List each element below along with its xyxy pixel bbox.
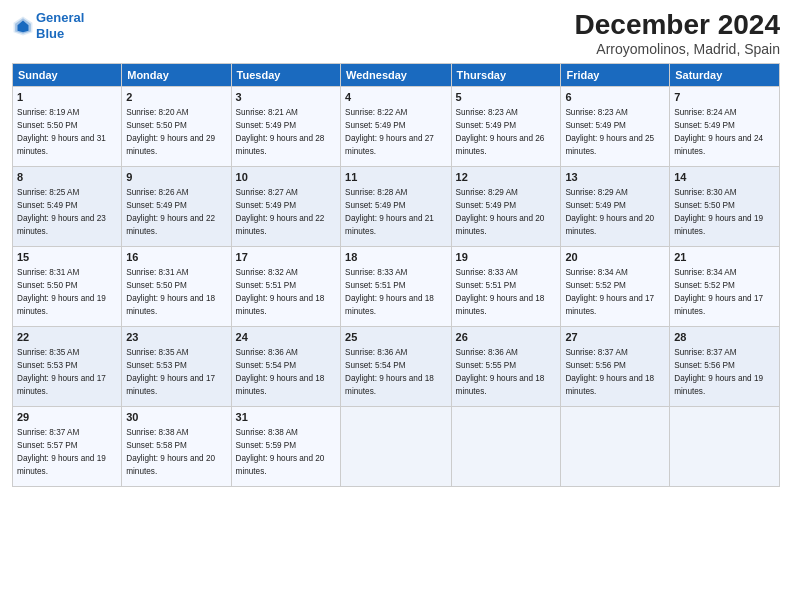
- day-detail: Sunrise: 8:35 AMSunset: 5:53 PMDaylight:…: [126, 348, 215, 396]
- day-detail: Sunrise: 8:36 AMSunset: 5:54 PMDaylight:…: [236, 348, 325, 396]
- day-number: 24: [236, 330, 336, 345]
- day-detail: Sunrise: 8:34 AMSunset: 5:52 PMDaylight:…: [565, 268, 654, 316]
- calendar-cell: 14 Sunrise: 8:30 AMSunset: 5:50 PMDaylig…: [670, 166, 780, 246]
- day-number: 15: [17, 250, 117, 265]
- day-number: 16: [126, 250, 226, 265]
- day-number: 20: [565, 250, 665, 265]
- day-number: 2: [126, 90, 226, 105]
- day-detail: Sunrise: 8:22 AMSunset: 5:49 PMDaylight:…: [345, 108, 434, 156]
- week-row-2: 15 Sunrise: 8:31 AMSunset: 5:50 PMDaylig…: [13, 246, 780, 326]
- day-number: 31: [236, 410, 336, 425]
- day-number: 8: [17, 170, 117, 185]
- day-number: 9: [126, 170, 226, 185]
- day-detail: Sunrise: 8:28 AMSunset: 5:49 PMDaylight:…: [345, 188, 434, 236]
- calendar-cell: 21 Sunrise: 8:34 AMSunset: 5:52 PMDaylig…: [670, 246, 780, 326]
- calendar-cell: 27 Sunrise: 8:37 AMSunset: 5:56 PMDaylig…: [561, 326, 670, 406]
- day-detail: Sunrise: 8:31 AMSunset: 5:50 PMDaylight:…: [17, 268, 106, 316]
- calendar-cell: 13 Sunrise: 8:29 AMSunset: 5:49 PMDaylig…: [561, 166, 670, 246]
- day-number: 14: [674, 170, 775, 185]
- col-thursday: Thursday: [451, 63, 561, 86]
- calendar-cell: 25 Sunrise: 8:36 AMSunset: 5:54 PMDaylig…: [341, 326, 452, 406]
- col-wednesday: Wednesday: [341, 63, 452, 86]
- day-number: 3: [236, 90, 336, 105]
- logo: General Blue: [12, 10, 84, 41]
- calendar-cell: 6 Sunrise: 8:23 AMSunset: 5:49 PMDayligh…: [561, 86, 670, 166]
- day-detail: Sunrise: 8:33 AMSunset: 5:51 PMDaylight:…: [345, 268, 434, 316]
- title-block: December 2024 Arroyomolinos, Madrid, Spa…: [575, 10, 780, 57]
- day-detail: Sunrise: 8:29 AMSunset: 5:49 PMDaylight:…: [456, 188, 545, 236]
- day-number: 11: [345, 170, 447, 185]
- month-title: December 2024: [575, 10, 780, 41]
- day-number: 25: [345, 330, 447, 345]
- calendar-cell: 15 Sunrise: 8:31 AMSunset: 5:50 PMDaylig…: [13, 246, 122, 326]
- location: Arroyomolinos, Madrid, Spain: [575, 41, 780, 57]
- calendar-cell: 11 Sunrise: 8:28 AMSunset: 5:49 PMDaylig…: [341, 166, 452, 246]
- day-number: 27: [565, 330, 665, 345]
- day-number: 6: [565, 90, 665, 105]
- calendar-cell: 30 Sunrise: 8:38 AMSunset: 5:58 PMDaylig…: [122, 406, 231, 486]
- day-detail: Sunrise: 8:29 AMSunset: 5:49 PMDaylight:…: [565, 188, 654, 236]
- calendar-cell: 31 Sunrise: 8:38 AMSunset: 5:59 PMDaylig…: [231, 406, 340, 486]
- calendar-cell: 22 Sunrise: 8:35 AMSunset: 5:53 PMDaylig…: [13, 326, 122, 406]
- calendar-cell: 4 Sunrise: 8:22 AMSunset: 5:49 PMDayligh…: [341, 86, 452, 166]
- day-number: 19: [456, 250, 557, 265]
- calendar-cell: 9 Sunrise: 8:26 AMSunset: 5:49 PMDayligh…: [122, 166, 231, 246]
- week-row-3: 22 Sunrise: 8:35 AMSunset: 5:53 PMDaylig…: [13, 326, 780, 406]
- calendar-table: Sunday Monday Tuesday Wednesday Thursday…: [12, 63, 780, 487]
- day-detail: Sunrise: 8:37 AMSunset: 5:57 PMDaylight:…: [17, 428, 106, 476]
- day-detail: Sunrise: 8:23 AMSunset: 5:49 PMDaylight:…: [456, 108, 545, 156]
- day-detail: Sunrise: 8:34 AMSunset: 5:52 PMDaylight:…: [674, 268, 763, 316]
- calendar-cell: 18 Sunrise: 8:33 AMSunset: 5:51 PMDaylig…: [341, 246, 452, 326]
- calendar-cell: 20 Sunrise: 8:34 AMSunset: 5:52 PMDaylig…: [561, 246, 670, 326]
- calendar-cell: 26 Sunrise: 8:36 AMSunset: 5:55 PMDaylig…: [451, 326, 561, 406]
- col-monday: Monday: [122, 63, 231, 86]
- calendar-cell: 10 Sunrise: 8:27 AMSunset: 5:49 PMDaylig…: [231, 166, 340, 246]
- day-number: 17: [236, 250, 336, 265]
- week-row-4: 29 Sunrise: 8:37 AMSunset: 5:57 PMDaylig…: [13, 406, 780, 486]
- day-detail: Sunrise: 8:23 AMSunset: 5:49 PMDaylight:…: [565, 108, 654, 156]
- calendar-cell: 1 Sunrise: 8:19 AMSunset: 5:50 PMDayligh…: [13, 86, 122, 166]
- day-number: 4: [345, 90, 447, 105]
- day-detail: Sunrise: 8:38 AMSunset: 5:59 PMDaylight:…: [236, 428, 325, 476]
- day-detail: Sunrise: 8:19 AMSunset: 5:50 PMDaylight:…: [17, 108, 106, 156]
- calendar-cell: [341, 406, 452, 486]
- day-number: 29: [17, 410, 117, 425]
- day-number: 30: [126, 410, 226, 425]
- day-detail: Sunrise: 8:32 AMSunset: 5:51 PMDaylight:…: [236, 268, 325, 316]
- col-tuesday: Tuesday: [231, 63, 340, 86]
- calendar-cell: 3 Sunrise: 8:21 AMSunset: 5:49 PMDayligh…: [231, 86, 340, 166]
- day-detail: Sunrise: 8:35 AMSunset: 5:53 PMDaylight:…: [17, 348, 106, 396]
- day-detail: Sunrise: 8:30 AMSunset: 5:50 PMDaylight:…: [674, 188, 763, 236]
- col-sunday: Sunday: [13, 63, 122, 86]
- day-detail: Sunrise: 8:37 AMSunset: 5:56 PMDaylight:…: [674, 348, 763, 396]
- day-number: 13: [565, 170, 665, 185]
- day-detail: Sunrise: 8:21 AMSunset: 5:49 PMDaylight:…: [236, 108, 325, 156]
- page-container: General Blue December 2024 Arroyomolinos…: [0, 0, 792, 497]
- day-number: 21: [674, 250, 775, 265]
- calendar-cell: [451, 406, 561, 486]
- day-detail: Sunrise: 8:36 AMSunset: 5:55 PMDaylight:…: [456, 348, 545, 396]
- calendar-cell: [561, 406, 670, 486]
- day-detail: Sunrise: 8:26 AMSunset: 5:49 PMDaylight:…: [126, 188, 215, 236]
- calendar-cell: 17 Sunrise: 8:32 AMSunset: 5:51 PMDaylig…: [231, 246, 340, 326]
- calendar-cell: 8 Sunrise: 8:25 AMSunset: 5:49 PMDayligh…: [13, 166, 122, 246]
- day-number: 5: [456, 90, 557, 105]
- day-number: 22: [17, 330, 117, 345]
- day-detail: Sunrise: 8:25 AMSunset: 5:49 PMDaylight:…: [17, 188, 106, 236]
- day-detail: Sunrise: 8:31 AMSunset: 5:50 PMDaylight:…: [126, 268, 215, 316]
- col-saturday: Saturday: [670, 63, 780, 86]
- day-number: 1: [17, 90, 117, 105]
- day-number: 26: [456, 330, 557, 345]
- calendar-cell: 7 Sunrise: 8:24 AMSunset: 5:49 PMDayligh…: [670, 86, 780, 166]
- logo-text: General Blue: [36, 10, 84, 41]
- calendar-cell: 12 Sunrise: 8:29 AMSunset: 5:49 PMDaylig…: [451, 166, 561, 246]
- calendar-cell: 2 Sunrise: 8:20 AMSunset: 5:50 PMDayligh…: [122, 86, 231, 166]
- day-detail: Sunrise: 8:37 AMSunset: 5:56 PMDaylight:…: [565, 348, 654, 396]
- calendar-cell: 19 Sunrise: 8:33 AMSunset: 5:51 PMDaylig…: [451, 246, 561, 326]
- day-detail: Sunrise: 8:20 AMSunset: 5:50 PMDaylight:…: [126, 108, 215, 156]
- logo-icon: [12, 15, 34, 37]
- week-row-0: 1 Sunrise: 8:19 AMSunset: 5:50 PMDayligh…: [13, 86, 780, 166]
- day-number: 18: [345, 250, 447, 265]
- header: General Blue December 2024 Arroyomolinos…: [12, 10, 780, 57]
- day-detail: Sunrise: 8:38 AMSunset: 5:58 PMDaylight:…: [126, 428, 215, 476]
